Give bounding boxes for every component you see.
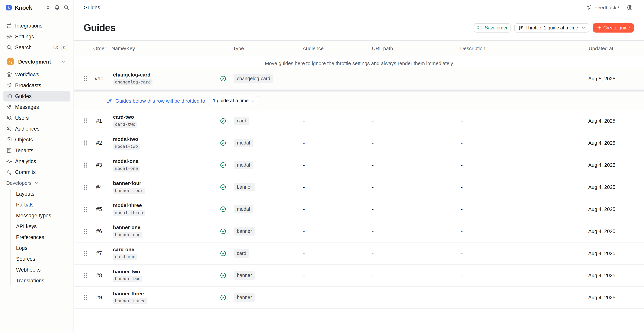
sidebar-item-guides[interactable]: Guides: [3, 91, 70, 102]
sidebar-item-messages[interactable]: Messages: [3, 102, 70, 112]
guide-name: banner-four: [113, 180, 141, 186]
megaphone-icon: [586, 5, 592, 10]
guide-name: modal-two: [113, 136, 138, 142]
guide-key: banner-two: [113, 276, 142, 282]
sidebar-item-analytics[interactable]: Analytics: [3, 156, 70, 167]
row-type: modal: [234, 161, 253, 169]
sidebar-nav: Integrations Settings Search ⌘ K Develop…: [0, 15, 74, 286]
create-guide-button[interactable]: Create guide: [593, 23, 634, 32]
row-description: -: [461, 162, 463, 168]
drag-handle[interactable]: [84, 118, 87, 123]
row-order: #9: [96, 295, 102, 300]
type-badge: card: [234, 249, 250, 258]
drag-handle[interactable]: [84, 295, 87, 300]
drag-handle[interactable]: [84, 140, 87, 145]
type-badge: modal: [234, 205, 253, 213]
sidebar-item-layouts[interactable]: Layouts: [16, 188, 70, 199]
cmd-key: ⌘: [54, 44, 59, 50]
sidebar-item-partials[interactable]: Partials: [16, 199, 70, 210]
table-row[interactable]: #1 card-two card-two card - - - Aug 4, 2…: [74, 110, 644, 132]
drag-handle[interactable]: [84, 76, 87, 81]
sidebar-item-webhooks[interactable]: Webhooks: [16, 264, 70, 275]
sidebar-item-commits[interactable]: Commits: [3, 167, 70, 177]
type-badge: modal: [234, 139, 253, 147]
row-type: modal: [234, 139, 253, 147]
table-row[interactable]: #5 modal-three modal-three modal - - - A…: [74, 198, 644, 220]
row-updated-at: Aug 4, 2025: [588, 162, 615, 168]
sidebar-item-tenants[interactable]: Tenants: [3, 145, 70, 156]
table-row[interactable]: #6 banner-one banner-one banner - - - Au…: [74, 220, 644, 242]
row-audience: -: [303, 118, 305, 124]
row-audience: -: [303, 272, 305, 278]
feedback-button[interactable]: Feedback?: [586, 5, 619, 10]
type-badge: banner: [234, 271, 255, 280]
sidebar-item-api-keys[interactable]: API keys: [16, 221, 70, 232]
sidebar-item-label: Broadcasts: [15, 82, 41, 88]
knock-logo[interactable]: k: [6, 5, 12, 10]
status-check-icon: [220, 76, 226, 82]
table-row[interactable]: #9 banner-three banner-three banner - - …: [74, 287, 644, 309]
guide-key: modal-three: [113, 210, 145, 216]
user-avatar-icon[interactable]: [627, 5, 633, 10]
user-check-icon: [6, 126, 12, 132]
environment-label: Development: [18, 59, 51, 65]
sidebar-item-message-types[interactable]: Message types: [16, 210, 70, 221]
save-order-label: Save order: [485, 25, 508, 31]
row-name-key: card-two card-two: [113, 114, 138, 128]
sidebar-item-search[interactable]: Search ⌘ K: [3, 42, 70, 53]
row-type: banner: [234, 271, 255, 280]
create-guide-label: Create guide: [603, 25, 630, 31]
drag-handle[interactable]: [84, 185, 87, 189]
row-type: changelog-card: [234, 74, 273, 83]
table-row[interactable]: #3 modal-one modal-one modal - - - Aug 4…: [74, 154, 644, 176]
row-url-path: -: [372, 162, 374, 168]
sidebar-item-label: Guides: [15, 93, 32, 99]
drag-handle[interactable]: [84, 163, 87, 167]
search-icon[interactable]: [64, 5, 69, 10]
sidebar-item-integrations[interactable]: Integrations: [3, 20, 70, 31]
workspace-switcher-icon[interactable]: [45, 5, 51, 10]
drag-handle[interactable]: [84, 251, 87, 256]
environment-switcher[interactable]: Development: [3, 56, 70, 67]
sidebar-item-sources[interactable]: Sources: [16, 253, 70, 264]
table-row[interactable]: #8 banner-two banner-two banner - - - Au…: [74, 265, 644, 287]
sidebar-item-workflows[interactable]: Workflows: [3, 69, 70, 80]
drag-handle[interactable]: [84, 207, 87, 211]
sidebar-item-translations[interactable]: Translations: [16, 275, 70, 286]
megaphone-icon: [6, 82, 12, 88]
save-order-button[interactable]: Save order: [474, 23, 511, 32]
status-check-icon: [220, 206, 226, 212]
sidebar-item-settings[interactable]: Settings: [3, 31, 70, 42]
row-url-path: -: [372, 272, 374, 278]
row-order: #6: [96, 228, 102, 234]
sidebar-item-preferences[interactable]: Preferences: [16, 232, 70, 242]
table-row[interactable]: #7 card-one card-one card - - - Aug 4, 2…: [74, 242, 644, 265]
throttle-label: Throttle: 1 guide at a time: [526, 25, 578, 31]
page-header: Guides Save order Throttle: 1 guide at a…: [74, 15, 644, 40]
row-url-path: -: [372, 295, 374, 300]
sidebar-item-objects[interactable]: Objects: [3, 134, 70, 145]
throttle-select[interactable]: 1 guide at a time: [209, 96, 258, 106]
sidebar-item-users[interactable]: Users: [3, 112, 70, 123]
throttle-divider-link[interactable]: Guides below this row will be throttled …: [106, 98, 205, 104]
sidebar-item-audiences[interactable]: Audiences: [3, 123, 70, 134]
row-name-key: modal-one modal-one: [113, 158, 140, 172]
row-order: #4: [96, 184, 102, 190]
row-order: #5: [96, 206, 102, 212]
type-badge: banner: [234, 227, 255, 235]
table-row[interactable]: #10 changelog-card changelog-card change…: [74, 68, 644, 90]
developers-section-toggle[interactable]: Developers: [3, 177, 70, 188]
notifications-bell-icon[interactable]: [54, 5, 60, 10]
table-row[interactable]: #4 banner-four banner-four banner - - - …: [74, 176, 644, 198]
sidebar-item-label: Analytics: [15, 158, 36, 164]
drag-handle[interactable]: [84, 229, 87, 234]
throttle-dropdown[interactable]: Throttle: 1 guide at a time: [514, 23, 590, 32]
guide-name: card-two: [113, 114, 134, 120]
type-badge: card: [234, 117, 250, 125]
sidebar-header: k Knock: [0, 0, 74, 15]
sidebar-item-broadcasts[interactable]: Broadcasts: [3, 80, 70, 91]
table-row[interactable]: #2 modal-two modal-two modal - - - Aug 4…: [74, 132, 644, 154]
drag-handle[interactable]: [84, 273, 87, 278]
sidebar-item-logs[interactable]: Logs: [16, 242, 70, 253]
sidebar-item-label: Logs: [16, 245, 28, 251]
